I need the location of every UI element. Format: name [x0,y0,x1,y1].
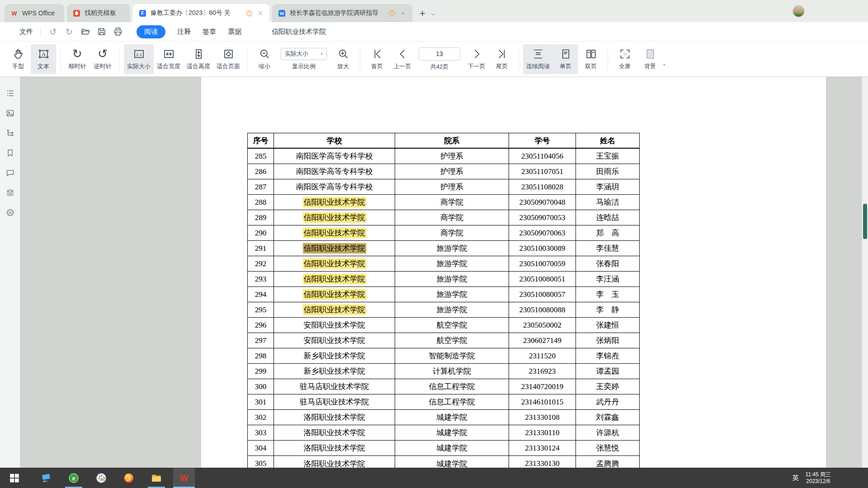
cell-sid: 2316923 [509,364,576,379]
undo-icon[interactable]: ↺ [48,27,58,37]
pc-icon [40,472,52,484]
page-number-input[interactable]: 13 [419,47,460,61]
text-select-icon: A [38,48,50,60]
button-label: 下一页 [468,62,486,70]
taskbar-palette[interactable] [90,468,112,488]
double-page-button[interactable]: 双页 [578,44,604,74]
cell-name: 孟腾腾 [576,456,639,468]
next-page-button[interactable]: 下一页 [464,44,489,74]
notifications-icon[interactable] [854,474,862,482]
integrations-cube-icon[interactable] [774,7,783,16]
wps-logo-icon: W [10,9,19,18]
actual-size-button[interactable]: 1:1实际大小 [124,44,154,74]
toolbar-group: 全屏背景▾ [612,44,665,74]
search-input[interactable]: 信阳职业技术学院 [272,28,326,36]
close-button[interactable] [853,7,862,16]
cell-school: 南阳医学高等专科学校 [274,164,395,179]
tray-green-icon[interactable] [749,474,757,482]
restore-button[interactable] [834,7,843,16]
cell-dept: 旅游学院 [395,272,509,287]
save-icon[interactable] [97,27,107,37]
tray-monitor-icon[interactable] [764,474,771,482]
collapse-toolbar-icon[interactable] [849,27,858,36]
zoom-out-button[interactable]: 缩小 [252,44,277,74]
text-select-button[interactable]: A文本 [31,44,56,74]
folder-open-icon[interactable] [80,27,90,37]
sidebar-seal-icon[interactable]: ★ [5,208,15,217]
find-previous-icon[interactable] [330,28,338,36]
rotate-ccw-button[interactable]: ↺逆时针 [90,44,115,74]
print-icon[interactable] [113,27,123,37]
mode-注释[interactable]: 注释 [177,28,191,36]
side-panel-icon[interactable] [755,7,764,16]
cell-dept: 信息工程学院 [395,394,509,410]
cell-no: 298 [248,348,274,364]
speaker-icon[interactable] [778,474,786,482]
prev-page-button[interactable]: 上一页 [390,44,415,74]
redo-icon[interactable]: ↻ [64,27,74,37]
tray-expand-icon[interactable] [735,474,742,482]
language-indicator[interactable]: 英 [793,474,799,482]
fit-height-button[interactable]: 适合高度 [184,44,213,74]
taskbar-wps[interactable]: W [173,468,195,488]
mode-阅读[interactable]: 阅读 [137,25,165,38]
sidebar-comment-icon[interactable] [5,168,15,178]
tab-writer-doc[interactable]: W校长李森莅临旅游学院调研指导 [272,4,412,22]
first-page-button[interactable]: 首页 [364,44,390,74]
taskbar-start[interactable] [4,468,25,488]
scrollbar-thumb[interactable] [863,204,867,239]
tab-home[interactable]: WWPS Office [5,4,64,22]
fit-page-button[interactable]: 适合页面 [213,44,243,74]
rotate-cw-button[interactable]: ↻顺时针 [65,44,90,74]
zoom-ratio-dropdown[interactable]: 实际大小▾ [281,48,327,60]
cell-name: 田雨乐 [576,164,639,179]
sidebar-structure-icon[interactable] [5,128,15,138]
fullscreen-button[interactable]: 全屏 [612,44,637,74]
taskbar-folder[interactable] [146,468,167,488]
single-page-button[interactable]: 单页 [553,44,578,74]
zoom-in-button[interactable]: 放大 [330,44,356,74]
find-bar: 信阳职业技术学院 [259,28,350,36]
file-menu-button[interactable]: 文件 [7,27,33,36]
find-next-icon[interactable] [342,28,350,36]
more-options-icon[interactable] [364,27,373,36]
svg-text:A: A [41,51,46,57]
sidebar-outline-icon[interactable] [5,89,15,98]
toolbar-group: 手型A文本 [5,44,56,74]
avatar[interactable] [793,5,805,17]
media-play-icon[interactable] [838,473,847,483]
cell-dept: 旅游学院 [395,256,509,272]
last-page-button[interactable]: 尾页 [489,44,514,74]
hand-button[interactable]: 手型 [5,44,31,74]
continuous-button[interactable]: 连续阅读 [523,44,553,74]
button-label: 放大 [337,62,349,70]
tab-ofd-doc[interactable]: F豫教工委办〔2023〕60号 关 [133,4,269,22]
docer-icon [72,9,81,18]
table-row: 300驻马店职业技术学院信息工程学院23140720019王奕婷 [248,379,639,394]
sidebar-bookmark-icon[interactable] [5,148,15,158]
tab-list-chevron-icon[interactable] [430,11,436,18]
table-row: 305洛阳职业技术学院城建学院231330130孟腾腾 [248,456,639,468]
fit-width-button[interactable]: 适合宽度 [154,44,184,74]
minimize-button[interactable] [815,7,824,16]
new-tab-button[interactable]: + [420,9,425,19]
tab-close-icon[interactable] [257,9,264,17]
button-label: 适合页面 [217,62,240,70]
mode-票据[interactable]: 票据 [228,28,241,36]
taskbar-e-browser[interactable]: e [63,468,85,488]
mode-签章[interactable]: 签章 [203,28,216,36]
background-button[interactable]: 背景 [637,44,663,74]
background-caret-icon[interactable]: ▾ [663,62,665,67]
tab-docer[interactable]: 找稻壳模板 [67,4,130,22]
taskbar-pc[interactable] [35,468,57,488]
toolbar-divider [519,49,519,70]
settings-gear-icon[interactable] [829,27,838,36]
tab-label: 校长李森莅临旅游学院调研指导 [290,9,384,17]
sidebar-image-icon[interactable] [5,108,15,118]
taskbar-clock[interactable]: 11:45 周三 2023/12/6 [806,471,831,485]
vertical-scrollbar[interactable] [862,77,868,468]
taskbar-firefox[interactable] [118,468,140,488]
fit-page-icon [222,48,235,60]
sidebar-layers-icon[interactable] [5,188,15,197]
table-row: 298新乡职业技术学院智能制造学院2311520李锦焘 [248,348,639,364]
